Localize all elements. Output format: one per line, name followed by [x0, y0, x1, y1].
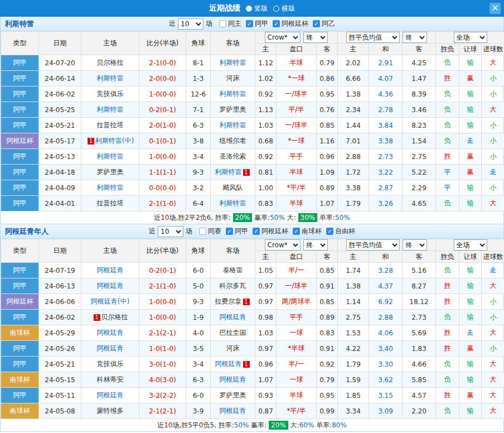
match-row: 阿根廷杯24-06-06阿根廷青(中)1-0(0-0)9-3拉费尔拿10.97两…	[1, 294, 504, 310]
eu-stage-select[interactable]: 终	[403, 239, 427, 251]
asia-handicap: 半球	[277, 388, 317, 403]
filter-label: 阿乙	[322, 19, 335, 28]
match-date: 24-06-06	[39, 294, 81, 310]
team-name: 阿根廷青(中)	[91, 297, 129, 305]
asia-stage-select[interactable]: 终	[303, 32, 328, 43]
match-row: 阿甲24-05-11阿根廷青3-2(2-2)6-0罗萨里奥0.93半球0.951…	[1, 388, 504, 403]
eu-home-odds: 4.22	[338, 341, 369, 357]
team-name: 拉费尔拿	[215, 297, 242, 305]
league-filter[interactable]: ✓阿根廷杯	[273, 19, 308, 28]
checkbox-checked-icon[interactable]: ✓	[246, 20, 253, 27]
eu-away-odds: 8.39	[403, 86, 436, 102]
result-winlose: 负	[436, 102, 459, 118]
match-date: 24-06-02	[39, 310, 81, 325]
result-winlose: 胜	[436, 278, 459, 294]
score-cell: 2-0(0-0)	[139, 71, 186, 86]
league-filter[interactable]: ✓阿根廷杯	[253, 227, 288, 236]
checkbox-checked-icon[interactable]: ✓	[326, 228, 333, 235]
match-row: 阿甲24-04-09利斯特雷0-0(0-0)3-2飓风队1.00*平/半0.89…	[1, 180, 504, 196]
checkbox-checked-icon[interactable]: ✓	[253, 228, 260, 235]
filter-label: 南球杯	[302, 227, 322, 236]
bookmaker-select[interactable]: Crow*	[265, 239, 301, 251]
league-badge-cell: 阿甲	[1, 341, 39, 357]
league-badge-cell: 阿甲	[1, 388, 39, 403]
league-filter[interactable]: ✓自由杯	[326, 227, 355, 236]
radio-selected-icon[interactable]	[246, 6, 252, 12]
asia-away-odds: 0.79	[317, 372, 338, 388]
col-away: 客场	[211, 32, 255, 55]
league-filter[interactable]: 同主	[219, 19, 241, 28]
asia-handicap: 两/两球半	[277, 294, 317, 310]
home-team-cell: 利斯特雷	[81, 102, 139, 118]
result-goals: 小	[482, 180, 504, 196]
checkbox-unchecked-icon[interactable]	[199, 228, 206, 235]
corner-cell: 9-3	[186, 165, 211, 180]
col-eu-away: 客	[403, 251, 436, 263]
league-filter[interactable]: ✓阿乙	[313, 19, 335, 28]
league-filter[interactable]: ✓阿甲	[226, 227, 248, 236]
asia-handicap: 平/半	[277, 102, 317, 118]
asia-home-odds: 0.96	[255, 357, 277, 372]
match-row: 阿甲24-04-01拉普拉塔2-1(1-0)6-4利斯特雷0.83半球1.071…	[1, 196, 504, 211]
checkbox-checked-icon[interactable]: ✓	[273, 20, 280, 27]
eu-home-odds: 1.79	[338, 196, 369, 211]
bookmaker-select[interactable]: Crow*	[265, 32, 301, 43]
team-name: 蒙特维多	[97, 407, 124, 415]
team-name: 阿根廷青	[220, 376, 246, 383]
asia-handicap: 一/球半	[277, 118, 317, 133]
asia-stage-select[interactable]: 终	[303, 239, 328, 251]
result-handicap: 输	[459, 357, 482, 372]
games-count-select[interactable]: 10	[158, 226, 183, 237]
result-goals: 大	[482, 55, 504, 71]
radio-unselected-icon[interactable]	[273, 6, 279, 12]
result-goals: 小	[482, 118, 504, 133]
match-date: 24-07-19	[39, 263, 81, 278]
league-filter[interactable]: ✓南球杯	[293, 227, 322, 236]
result-handicap: 输	[459, 403, 482, 419]
team-name: 阿根廷青	[97, 391, 124, 399]
eu-draw-odds: 4.36	[369, 86, 403, 102]
eu-avg-select[interactable]: 胜平负均值	[346, 32, 400, 43]
team-name: 利斯特雷(中)	[95, 137, 134, 145]
scope-select[interactable]: 全场	[454, 32, 487, 43]
result-handicap: 输	[459, 196, 482, 211]
asia-home-odds: 0.98	[255, 310, 277, 325]
team-name: 利斯特雷	[97, 105, 124, 113]
eu-draw-odds: 2.91	[369, 55, 403, 71]
eu-stage-select[interactable]: 终	[403, 32, 427, 43]
checkbox-checked-icon[interactable]: ✓	[313, 20, 320, 27]
corner-cell: 6-0	[186, 388, 211, 403]
result-handicap: 输	[459, 55, 482, 71]
asia-home-odds: 0.87	[255, 403, 277, 419]
horizontal-layout-radio[interactable]: 横版	[273, 4, 295, 13]
match-row: 阿甲24-04-18罗萨里奥1-1(1-1)9-3利斯特雷10.81半球1.09…	[1, 165, 504, 180]
summary-segment: 单率:	[314, 421, 332, 430]
score-cell: 2-1(2-1)	[139, 325, 186, 341]
eu-home-odds: 1.38	[338, 278, 369, 294]
checkbox-checked-icon[interactable]: ✓	[226, 228, 233, 235]
score-cell: 1-0(0-0)	[139, 149, 186, 165]
away-team-cell: 河床	[211, 71, 255, 86]
team-name: 纽维尔老	[220, 137, 246, 145]
asia-away-odds: 1.07	[317, 196, 338, 211]
checkbox-checked-icon[interactable]: ✓	[293, 228, 300, 235]
league-filter[interactable]: ✓阿甲	[246, 19, 268, 28]
eu-home-odds: 1.72	[338, 165, 369, 180]
summary-segment: 80%	[332, 421, 347, 429]
vertical-layout-radio[interactable]: 竖版	[246, 4, 268, 13]
eu-odds-header: 胜平负均值 终	[338, 239, 436, 251]
score-cell: 2-1(0-0)	[139, 55, 186, 71]
result-goals: 小	[482, 341, 504, 357]
games-count-select[interactable]: 10	[178, 18, 203, 30]
league-filter[interactable]: 同赛	[199, 227, 221, 236]
result-winlose: 负	[436, 357, 459, 372]
eu-draw-odds: 2.87	[369, 180, 403, 196]
league-badge-cell: 南球杯	[1, 403, 39, 419]
checkbox-unchecked-icon[interactable]	[219, 20, 226, 27]
corner-cell: 6-0	[186, 263, 211, 278]
close-button[interactable]: ×	[490, 3, 501, 14]
scope-select[interactable]: 全场	[454, 239, 487, 251]
col-asia-home: 主	[255, 44, 277, 55]
eu-avg-select[interactable]: 胜平负均值	[346, 239, 400, 251]
section-header-2: 阿根廷青年人 近 10 场 同赛✓阿甲✓阿根廷杯✓南球杯✓自由杯	[1, 224, 503, 239]
